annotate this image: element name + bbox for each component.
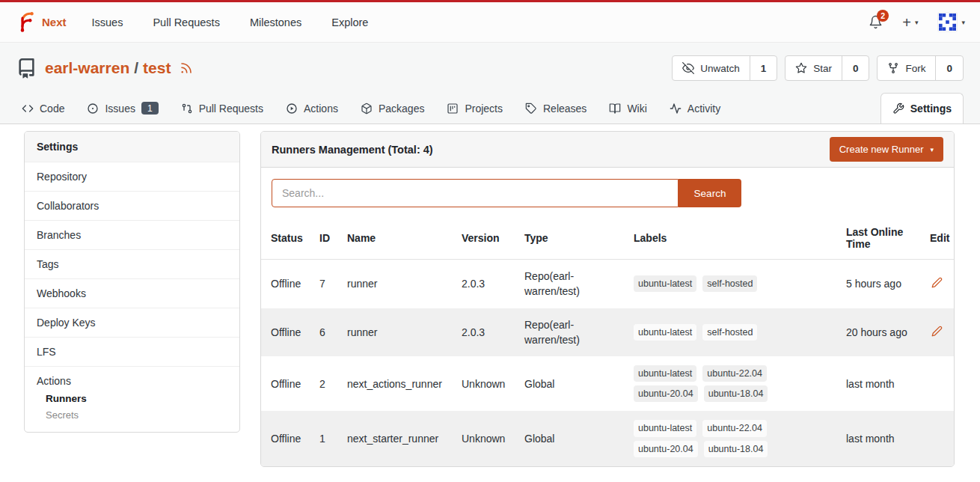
runner-label-chip: ubuntu-18.04 <box>704 441 768 457</box>
repo-title: earl-warren / test <box>45 59 193 77</box>
tab-label: Issues <box>105 103 135 115</box>
tab-releases[interactable]: Releases <box>514 93 598 123</box>
fork-icon <box>887 62 899 74</box>
runners-panel: Runners Management (Total: 4) Create new… <box>260 131 955 467</box>
runner-type: Global <box>515 356 624 411</box>
notifications-button[interactable]: 2 <box>869 15 883 29</box>
unwatch-button[interactable]: Unwatch 1 <box>672 55 777 81</box>
watch-count[interactable]: 1 <box>750 56 777 80</box>
runner-edit-cell <box>920 411 955 466</box>
search-button[interactable]: Search <box>679 179 741 207</box>
sidebar-header: Settings <box>25 132 239 162</box>
col-id: ID <box>310 217 337 260</box>
create-runner-button[interactable]: Create new Runner ▾ <box>830 137 943 162</box>
runner-labels-cell: ubuntu-latestself-hosted <box>624 308 836 357</box>
runner-name: next_starter_runner <box>337 411 452 466</box>
pull-request-icon <box>181 103 193 115</box>
nav-item-milestones[interactable]: Milestones <box>250 16 301 28</box>
runners-panel-header: Runners Management (Total: 4) Create new… <box>261 132 954 168</box>
rss-icon[interactable] <box>180 61 193 75</box>
pulse-icon <box>670 103 682 115</box>
brand-home-link[interactable]: Next <box>15 11 67 33</box>
navbar-right: 2 + ▾ ▾ <box>869 12 965 32</box>
tab-actions[interactable]: Actions <box>275 93 349 123</box>
runner-edit-cell <box>920 356 955 411</box>
sidebar-item-collaborators[interactable]: Collaborators <box>25 191 239 220</box>
runner-status: Offline <box>261 411 310 466</box>
sidebar-item-webhooks[interactable]: Webhooks <box>25 278 239 308</box>
star-icon <box>795 62 807 74</box>
settings-content: Settings Repository Collaborators Branch… <box>0 124 980 467</box>
package-icon <box>361 103 373 115</box>
star-count[interactable]: 0 <box>842 56 869 80</box>
chevron-down-icon: ▾ <box>930 146 934 153</box>
nav-item-issues[interactable]: Issues <box>92 16 123 28</box>
nav-item-pull-requests[interactable]: Pull Requests <box>153 16 219 28</box>
search-input[interactable] <box>272 179 679 207</box>
sidebar-item-branches[interactable]: Branches <box>25 220 239 249</box>
create-runner-label: Create new Runner <box>839 144 924 155</box>
runner-label-chip: ubuntu-latest <box>634 420 696 436</box>
create-new-menu[interactable]: + ▾ <box>902 15 918 30</box>
runners-table: Status ID Name Version Type Labels Last … <box>261 217 955 466</box>
code-icon <box>22 103 34 115</box>
edit-runner-button[interactable] <box>930 275 944 290</box>
fork-count[interactable]: 0 <box>935 56 963 80</box>
runner-label-chip: self-hosted <box>702 275 757 292</box>
runner-label-chip: ubuntu-20.04 <box>634 441 698 457</box>
tab-pull-requests[interactable]: Pull Requests <box>170 93 275 123</box>
tab-code[interactable]: Code <box>10 93 76 123</box>
pencil-icon <box>931 277 943 288</box>
tab-projects[interactable]: Projects <box>435 93 514 123</box>
runner-version: 2.0.3 <box>452 260 515 308</box>
repo-tab-bar: Code Issues 1 Pull Requests Actions Pack… <box>0 93 980 124</box>
eye-off-icon <box>682 62 694 74</box>
runner-name: next_actions_runner <box>337 356 452 411</box>
settings-sidebar: Settings Repository Collaborators Branch… <box>24 131 240 433</box>
sidebar-subitem-runners[interactable]: Runners <box>46 393 227 404</box>
repo-owner-link[interactable]: earl-warren <box>45 59 129 77</box>
tab-wiki[interactable]: Wiki <box>598 93 658 123</box>
runner-status: Offline <box>261 308 310 357</box>
forgejo-logo-icon <box>15 11 37 33</box>
fork-label: Fork <box>905 63 925 74</box>
runner-id: 6 <box>310 308 337 357</box>
issue-icon <box>87 103 99 115</box>
sidebar-item-actions[interactable]: Actions <box>37 375 227 387</box>
tab-packages[interactable]: Packages <box>349 93 435 123</box>
user-menu[interactable]: ▾ <box>937 12 965 32</box>
runner-label-chip: ubuntu-18.04 <box>704 385 768 402</box>
sidebar-item-tags[interactable]: Tags <box>25 249 239 278</box>
col-labels: Labels <box>624 217 836 260</box>
star-button[interactable]: Star 0 <box>785 55 869 81</box>
sidebar-group-actions: Actions Runners Secrets <box>25 366 239 432</box>
nav-item-explore[interactable]: Explore <box>331 16 368 28</box>
runner-table-row: Offline1next_starter_runnerUnknownGlobal… <box>261 411 955 466</box>
fork-button[interactable]: Fork 0 <box>877 55 964 81</box>
tab-issues[interactable]: Issues 1 <box>76 93 169 123</box>
repo-name-link[interactable]: test <box>143 59 171 77</box>
book-open-icon <box>609 103 621 115</box>
sidebar-item-lfs[interactable]: LFS <box>25 337 239 366</box>
tab-label: Settings <box>910 103 952 115</box>
runner-label-chip: self-hosted <box>702 324 757 341</box>
panel-title: Runners Management (Total: 4) <box>272 144 433 156</box>
runner-status: Offline <box>261 260 310 308</box>
tab-activity[interactable]: Activity <box>658 93 732 123</box>
star-label: Star <box>813 63 832 74</box>
play-circle-icon <box>286 103 298 115</box>
sidebar-item-repository[interactable]: Repository <box>25 162 239 191</box>
runner-id: 1 <box>310 411 337 466</box>
tab-label: Pull Requests <box>199 103 263 115</box>
edit-runner-button[interactable] <box>930 324 944 338</box>
runner-labels-cell: ubuntu-latestself-hosted <box>624 260 836 308</box>
tab-label: Projects <box>465 103 503 115</box>
sidebar-item-deploy-keys[interactable]: Deploy Keys <box>25 308 239 337</box>
tab-settings[interactable]: Settings <box>881 93 964 123</box>
avatar-identicon <box>937 12 958 32</box>
runner-status: Offline <box>261 356 310 411</box>
sidebar-subitem-secrets[interactable]: Secrets <box>46 409 227 421</box>
notification-count-badge: 2 <box>877 10 889 22</box>
tab-label: Code <box>40 103 64 115</box>
runner-name: runner <box>337 308 452 357</box>
